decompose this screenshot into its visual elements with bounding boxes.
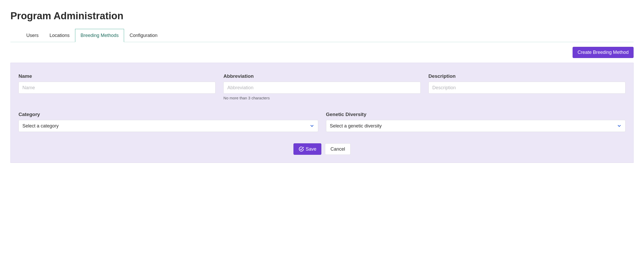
tab-bar: Users Locations Breeding Methods Configu… — [10, 29, 634, 42]
name-field-group: Name — [19, 73, 216, 100]
save-button[interactable]: Save — [293, 143, 321, 155]
category-field-group: Category Select a category — [19, 112, 318, 132]
form-row: Category Select a category Genetic Diver… — [19, 112, 625, 132]
abbreviation-field-group: Abbreviation No more than 3 characters — [223, 73, 420, 100]
name-label: Name — [19, 73, 216, 79]
tab-users[interactable]: Users — [21, 29, 44, 42]
genetic-diversity-label: Genetic Diversity — [326, 112, 626, 117]
description-field-group: Description — [428, 73, 625, 100]
genetic-diversity-selected-value: Select a genetic diversity — [330, 123, 617, 129]
action-bar: Create Breeding Method — [10, 47, 634, 58]
category-label: Category — [19, 112, 318, 117]
form-row: Name Abbreviation No more than 3 charact… — [19, 73, 625, 100]
tab-locations[interactable]: Locations — [44, 29, 75, 42]
chevron-down-icon — [310, 124, 314, 128]
form-button-row: Save Cancel — [19, 143, 625, 155]
chevron-down-icon — [617, 124, 622, 128]
description-label: Description — [428, 73, 625, 79]
category-selected-value: Select a category — [22, 123, 310, 129]
abbreviation-label: Abbreviation — [223, 73, 420, 79]
save-button-label: Save — [306, 146, 316, 152]
cancel-button[interactable]: Cancel — [325, 143, 351, 155]
breeding-method-form: Name Abbreviation No more than 3 charact… — [10, 63, 634, 163]
tab-breeding-methods[interactable]: Breeding Methods — [75, 29, 124, 42]
description-input[interactable] — [428, 82, 625, 94]
page-title: Program Administration — [10, 10, 634, 22]
create-breeding-method-button[interactable]: Create Breeding Method — [573, 47, 634, 58]
tab-configuration[interactable]: Configuration — [124, 29, 163, 42]
genetic-diversity-select[interactable]: Select a genetic diversity — [326, 120, 626, 132]
name-input[interactable] — [19, 82, 216, 94]
check-circle-icon — [298, 146, 304, 152]
category-select[interactable]: Select a category — [19, 120, 318, 132]
abbreviation-input[interactable] — [223, 82, 420, 94]
abbreviation-help-text: No more than 3 characters — [223, 96, 420, 100]
genetic-diversity-field-group: Genetic Diversity Select a genetic diver… — [326, 112, 626, 132]
